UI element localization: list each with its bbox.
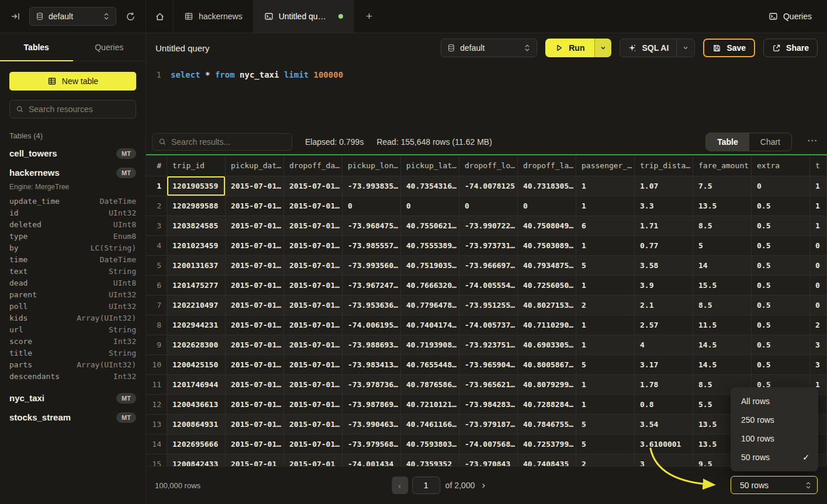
cell[interactable]: 7.5 (693, 176, 752, 196)
view-table-tab[interactable]: Table (706, 133, 749, 151)
cell[interactable]: 0.77 (635, 236, 693, 256)
cell[interactable]: 2.1 (635, 296, 693, 315)
cell[interactable]: 1202628300 (167, 335, 226, 355)
cell[interactable]: -73.990722… (459, 216, 518, 236)
cell[interactable]: 1201905359 (167, 176, 226, 196)
cell[interactable]: 5 (576, 435, 635, 454)
cell[interactable]: 5 (576, 415, 635, 435)
schema-column[interactable]: textString (9, 266, 136, 277)
cell[interactable]: 40.7796478… (401, 296, 459, 315)
sql-ai-button[interactable]: SQL AI (620, 39, 676, 57)
cell[interactable]: 1200864931 (167, 415, 226, 435)
cell[interactable]: 1 (576, 315, 635, 335)
cell[interactable]: -73.965904… (459, 355, 518, 375)
cell[interactable]: -73.978736… (342, 375, 401, 395)
new-tab-button[interactable]: + (354, 0, 385, 33)
cell[interactable]: 3.58 (635, 256, 693, 276)
cell[interactable]: 8.5 (693, 296, 752, 315)
share-button[interactable]: Share (763, 39, 818, 57)
schema-column[interactable]: deletedUInt8 (9, 219, 136, 231)
cell[interactable]: 0 (810, 276, 827, 296)
cell[interactable]: 2015-07-01… (226, 355, 284, 375)
cell[interactable]: 40.7408435 (518, 454, 576, 466)
cell[interactable]: 1201023459 (167, 236, 226, 256)
resource-search-input[interactable] (29, 105, 134, 114)
cell[interactable]: -74.001434 (342, 454, 401, 466)
cell[interactable]: 3 (810, 355, 827, 375)
cell[interactable]: 1 (576, 395, 635, 415)
cell[interactable]: 2015-07-01… (226, 256, 284, 276)
schema-column[interactable]: idUInt32 (9, 207, 136, 219)
cell[interactable]: 13.5 (693, 196, 752, 216)
cell[interactable]: 0.8 (635, 395, 693, 415)
cell[interactable]: 40.7655448… (401, 355, 459, 375)
page-size-select[interactable]: 50 rows (731, 476, 818, 494)
row-number[interactable]: 3 (146, 216, 167, 236)
cell[interactable]: 2015-07-01… (284, 435, 342, 454)
schema-column[interactable]: timeDateTime (9, 254, 136, 266)
schema-column[interactable]: parentUInt32 (9, 289, 136, 301)
schema-column[interactable]: scoreInt32 (9, 336, 136, 347)
cell[interactable]: 40.7934875… (518, 256, 576, 276)
cell[interactable]: -73.923751… (459, 335, 518, 355)
cell[interactable]: 1202944231 (167, 315, 226, 335)
cell[interactable]: 1 (810, 216, 827, 236)
cell[interactable]: 2015-07-01… (226, 236, 284, 256)
cell[interactable]: 5 (693, 236, 752, 256)
cell[interactable]: 40.8027153… (518, 296, 576, 315)
cell[interactable]: 0 (518, 196, 576, 216)
sidebar-item-stocks-stream[interactable]: stocks_stream MT (9, 408, 136, 427)
cell[interactable]: 40.8079299… (518, 375, 576, 395)
results-search[interactable] (152, 133, 292, 151)
column-header[interactable]: extra (752, 155, 810, 176)
cell[interactable]: 0.5 (752, 276, 810, 296)
cell[interactable]: 2015-07-01… (284, 415, 342, 435)
cell[interactable]: 3.17 (635, 355, 693, 375)
cell[interactable]: 2015-07-01… (226, 315, 284, 335)
sidebar-item-cell-towers[interactable]: cell_towers MT (9, 144, 136, 163)
cell[interactable]: 2 (576, 296, 635, 315)
collapse-sidebar-icon[interactable] (8, 9, 22, 23)
column-header[interactable]: trip_dista… (635, 155, 693, 176)
schema-column[interactable]: typeEnum8 (9, 231, 136, 242)
cell[interactable]: 14.5 (693, 335, 752, 355)
sql-ai-options-button[interactable] (676, 39, 694, 57)
cell[interactable]: 2015-07-01… (284, 236, 342, 256)
cell[interactable]: 8.5 (693, 216, 752, 236)
row-number[interactable]: 4 (146, 236, 167, 256)
cell[interactable]: 2015-07-01… (226, 176, 284, 196)
column-header[interactable]: passenger_… (576, 155, 635, 176)
cell[interactable]: 2 (576, 454, 635, 466)
cell[interactable]: -73.970843 (459, 454, 518, 466)
cell[interactable]: 40.7876586… (401, 375, 459, 395)
cell[interactable]: 2015-07-01… (226, 196, 284, 216)
cell[interactable]: 2015-07-01… (226, 375, 284, 395)
cell[interactable]: 0.5 (752, 315, 810, 335)
cell[interactable]: -74.007568… (459, 435, 518, 454)
cell[interactable]: -73.968475… (342, 216, 401, 236)
column-header[interactable]: fare_amount (693, 155, 752, 176)
cell[interactable]: 0 (810, 296, 827, 315)
sidebar-item-nyc-taxi[interactable]: nyc_taxi MT (9, 388, 136, 408)
cell[interactable]: 0.5 (752, 236, 810, 256)
row-number[interactable]: 5 (146, 256, 167, 276)
cell[interactable]: 5 (576, 256, 635, 276)
cell[interactable]: 0 (810, 256, 827, 276)
cell[interactable]: 40.7256050… (518, 276, 576, 296)
cell[interactable]: -73.993835… (342, 176, 401, 196)
cell[interactable]: -73.951255… (459, 296, 518, 315)
cell[interactable]: 40.7550621… (401, 216, 459, 236)
cell[interactable]: 2015-07-01… (226, 296, 284, 315)
schema-column[interactable]: titleString (9, 347, 136, 359)
cell[interactable]: 15.5 (693, 276, 752, 296)
schema-column[interactable]: pollUInt32 (9, 301, 136, 312)
cell[interactable]: 40.7404174… (401, 315, 459, 335)
cell[interactable]: 40.7318305… (518, 176, 576, 196)
column-header[interactable]: pickup_lat… (401, 155, 459, 176)
column-header[interactable]: pickup_dat… (226, 155, 284, 176)
cell[interactable]: 40.7110290… (518, 315, 576, 335)
cell[interactable]: 0.5 (752, 256, 810, 276)
sidebar-tab-tables[interactable]: Tables (0, 33, 73, 61)
cell[interactable]: 1200436613 (167, 395, 226, 415)
column-header[interactable]: dropoff_lo… (459, 155, 518, 176)
